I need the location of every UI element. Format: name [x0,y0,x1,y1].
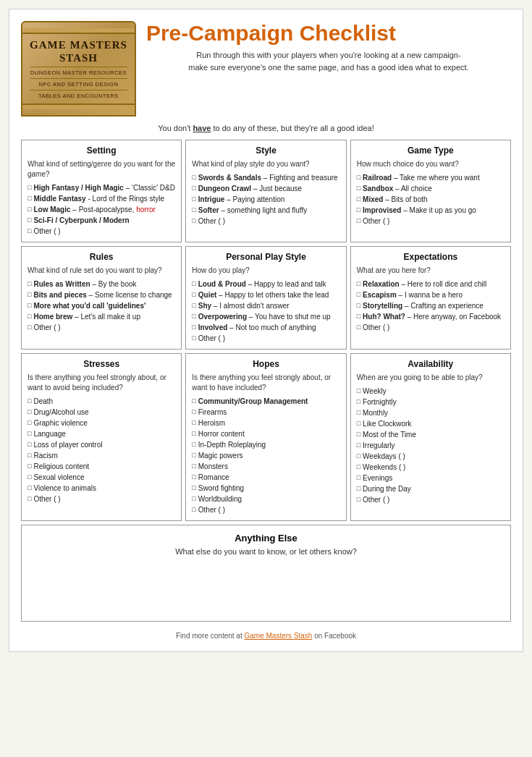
stress-item-8: □Sexual violence [28,472,175,483]
stresses-cell: Stresses Is there anything you feel stro… [21,353,182,521]
hopes-question: Is there anything you feel strongly abou… [192,373,339,393]
stress-item-6: □Racism [28,450,175,461]
game-type-question: How much choice do you want? [357,159,504,169]
logo-box: Game MastersStash Dungeon Master Resourc… [21,21,136,117]
setting-item-5: □Other ( ) [28,226,175,237]
game-type-item-4: □Improvised – Make it up as you go [357,205,504,216]
rules-question: What kind of rule set do you want to pla… [28,266,175,276]
footer-text: Find more content at [176,632,245,640]
stress-item-1: □Death [28,396,175,407]
pps-item-3: □Shy – I almost didn't answer [192,300,339,311]
expectations-cell: Expectations What are you here for? □Rel… [350,246,511,350]
hope-item-11: □Other ( ) [192,504,339,515]
expectations-question: What are you here for? [357,266,504,276]
rules-item-1: □Rules as Written – By the book [28,279,175,289]
personal-play-style-cell: Personal Play Style How do you play? □Lo… [185,246,346,350]
stresses-question: Is there anything you feel strongly abou… [28,373,175,393]
exp-item-4: □Huh? What? – Here anyway, on Facebook [357,311,504,322]
setting-cell: Setting What kind of setting/genre do yo… [21,140,182,242]
stress-item-5: □Loss of player control [28,439,175,450]
pps-item-5: □Involved – Not too much of anything [192,322,339,333]
pps-item-4: □Overpowering – You have to shut me up [192,311,339,322]
style-item-2: □Dungeon Crawl – Just because [192,183,339,194]
main-title: Pre-Campaign Checklist [146,21,511,45]
rules-item-4: □Home brew – Let's all make it up [28,311,175,322]
hope-item-8: □Romance [192,472,339,483]
logo-subtitle-1: Dungeon Master Resources [30,69,127,76]
avail-item-9: □Evenings [357,473,504,483]
style-item-4: □Softer – something light and fluffy [192,205,339,216]
game-type-cell: Game Type How much choice do you want? □… [350,140,511,242]
avail-item-8: □Weekends ( ) [357,462,504,473]
exp-item-3: □Storytelling – Crafting an experience [357,300,504,311]
game-type-item-5: □Other ( ) [357,216,504,227]
avail-item-10: □During the Day [357,483,504,494]
setting-header: Setting [28,145,175,156]
anything-else-question: What else do you want to know, or let ot… [29,547,503,556]
footer-link[interactable]: Game Masters Stash [244,632,312,640]
hopes-header: Hopes [192,359,339,369]
hope-item-2: □Firearms [192,407,339,418]
logo-title: Game MastersStash [30,38,127,64]
row-3: Stresses Is there anything you feel stro… [21,353,511,521]
hope-item-4: □Horror content [192,428,339,439]
logo-subtitle-3: Tables and Encounters [30,93,127,99]
stresses-header: Stresses [28,359,175,369]
pps-item-2: □Quiet – Happy to let others take the le… [192,289,339,300]
stress-item-7: □Religious content [28,461,175,472]
availability-question: When are you going to be able to play? [357,373,504,383]
availability-cell: Availability When are you going to be ab… [350,353,511,521]
game-type-item-3: □Mixed – Bits of both [357,194,504,205]
avail-item-7: □Weekdays ( ) [357,451,504,462]
header-text: Pre-Campaign Checklist Run through this … [146,21,511,73]
style-item-1: □Swords & Sandals – Fighting and treasur… [192,172,339,183]
game-type-header: Game Type [357,145,504,156]
style-header: Style [192,145,339,156]
game-type-item-2: □Sandbox – All choice [357,183,504,194]
personal-play-style-question: How do you play? [192,266,339,276]
anything-else-header: Anything Else [29,533,503,544]
style-question: What kind of play style do you want? [192,159,339,169]
exp-item-2: □Escapism – I wanna be a hero [357,289,504,300]
hope-item-7: □Monsters [192,461,339,472]
pps-item-6: □Other ( ) [192,333,339,344]
hope-item-10: □Worldbuilding [192,494,339,504]
stress-item-4: □Language [28,428,175,439]
hopes-cell: Hopes Is there anything you feel strongl… [185,353,346,521]
expectations-header: Expectations [357,252,504,262]
stress-item-10: □Other ( ) [28,494,175,504]
setting-item-2: □Middle Fantasy - Lord of the Rings styl… [28,193,175,204]
rules-item-3: □More what you'd call 'guidelines' [28,300,175,311]
personal-play-style-header: Personal Play Style [192,252,339,262]
avail-item-2: □Fortnightly [357,397,504,407]
rules-item-5: □Other ( ) [28,322,175,333]
page: Game MastersStash Dungeon Master Resourc… [9,9,523,652]
exp-item-1: □Relaxation – Here to roll dice and chil… [357,279,504,289]
style-cell: Style What kind of play style do you wan… [185,140,346,242]
row-1: Setting What kind of setting/genre do yo… [21,140,511,242]
setting-question: What kind of setting/genre do you want f… [28,159,175,179]
avail-item-3: □Monthly [357,407,504,418]
row-2: Rules What kind of rule set do you want … [21,246,511,350]
rules-cell: Rules What kind of rule set do you want … [21,246,182,350]
pps-item-1: □Loud & Proud – Happy to lead and talk [192,279,339,289]
subtitle: Run through this with your players when … [146,49,511,73]
header: Game MastersStash Dungeon Master Resourc… [21,21,511,117]
avail-item-5: □Most of the Time [357,429,504,440]
hope-item-1: □Community/Group Management [192,396,339,407]
stress-item-3: □Graphic violence [28,418,175,428]
stress-item-2: □Drug/Alcohol use [28,407,175,418]
style-item-3: □Intrigue – Paying attention [192,194,339,205]
hope-item-5: □In-Depth Roleplaying [192,439,339,450]
exp-item-5: □Other ( ) [357,322,504,333]
logo-subtitle-2: NPC and Setting Design [30,81,127,88]
footer-suffix: on Facebook [314,632,356,640]
hope-item-9: □Sword fighting [192,483,339,494]
good-idea-text: You don't have to do any of these, but t… [21,124,511,132]
setting-item-1: □High Fantasy / High Magic – 'Classic' D… [28,182,175,193]
setting-item-3: □Low Magic – Post-apocalypse, horror [28,204,175,215]
hope-item-3: □Heroism [192,418,339,428]
rules-item-2: □Bits and pieces – Some license to chang… [28,289,175,300]
style-item-5: □Other ( ) [192,216,339,227]
setting-item-4: □Sci-Fi / Cyberpunk / Modern [28,215,175,226]
